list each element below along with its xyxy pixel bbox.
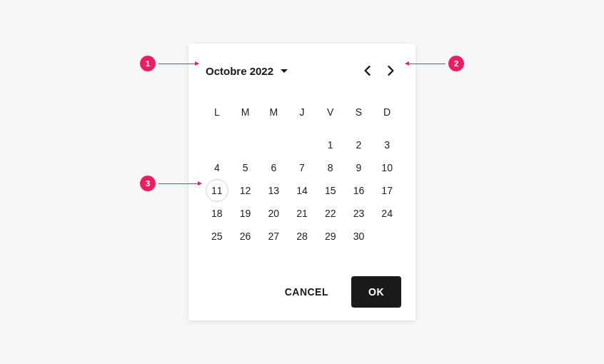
cancel-button[interactable]: CANCEL <box>271 276 343 308</box>
chevron-right-icon <box>388 66 395 76</box>
day[interactable]: 3 <box>373 133 401 156</box>
day-empty <box>288 133 316 156</box>
weekday-label: M <box>259 99 288 125</box>
day-empty <box>203 133 231 156</box>
day[interactable]: 14 <box>288 179 316 202</box>
day[interactable]: 28 <box>288 225 316 248</box>
day[interactable]: 27 <box>259 225 288 248</box>
annotation-badge-1: 1 <box>140 56 156 71</box>
day[interactable]: 12 <box>231 179 260 202</box>
annotation-1: 1 <box>140 56 198 71</box>
day[interactable]: 4 <box>203 156 231 179</box>
month-selector[interactable]: Octobre 2022 <box>203 65 288 77</box>
day[interactable]: 18 <box>203 202 231 225</box>
annotation-3: 3 <box>140 176 201 191</box>
day[interactable]: 9 <box>345 156 373 179</box>
day[interactable]: 15 <box>316 179 345 202</box>
day[interactable]: 21 <box>288 202 316 225</box>
day[interactable]: 22 <box>316 202 345 225</box>
weekday-label: V <box>316 99 345 125</box>
weekday-label: L <box>203 99 231 125</box>
caret-down-icon <box>281 69 288 73</box>
days-grid: 1234567891011121314151617181920212223242… <box>203 133 401 248</box>
annotation-badge-3: 3 <box>140 176 156 191</box>
day[interactable]: 25 <box>203 225 231 248</box>
month-label: Octobre 2022 <box>206 65 273 77</box>
day[interactable]: 8 <box>316 156 345 179</box>
prev-month-button[interactable] <box>357 61 377 81</box>
day[interactable]: 29 <box>316 225 345 248</box>
day-empty <box>231 133 260 156</box>
action-buttons: CANCEL OK <box>203 276 401 308</box>
day[interactable]: 24 <box>373 202 401 225</box>
day[interactable]: 19 <box>231 202 260 225</box>
day[interactable]: 20 <box>259 202 288 225</box>
date-picker: Octobre 2022 LMMJVSD 1234567891011121314… <box>188 44 416 320</box>
day[interactable]: 26 <box>231 225 260 248</box>
day[interactable]: 2 <box>345 133 373 156</box>
annotation-badge-2: 2 <box>448 56 464 71</box>
day[interactable]: 17 <box>373 179 401 202</box>
day[interactable]: 5 <box>231 156 260 179</box>
day[interactable]: 16 <box>345 179 373 202</box>
day[interactable]: 13 <box>259 179 288 202</box>
chevron-left-icon <box>363 66 371 76</box>
day[interactable]: 10 <box>373 156 401 179</box>
day[interactable]: 7 <box>288 156 316 179</box>
nav-arrows <box>357 61 401 81</box>
day[interactable]: 1 <box>316 133 345 156</box>
weekday-label: D <box>373 99 401 125</box>
day-empty <box>259 133 288 156</box>
next-month-button[interactable] <box>381 61 401 81</box>
day[interactable]: 30 <box>345 225 373 248</box>
day[interactable]: 6 <box>259 156 288 179</box>
day-today[interactable]: 11 <box>203 179 231 202</box>
annotation-arrow-icon <box>406 64 446 64</box>
day[interactable]: 23 <box>345 202 373 225</box>
weekday-row: LMMJVSD <box>203 99 401 125</box>
annotation-2: 2 <box>406 56 464 71</box>
ok-button[interactable]: OK <box>351 276 401 308</box>
weekday-label: S <box>345 99 373 125</box>
weekday-label: J <box>288 99 316 125</box>
annotation-arrow-icon <box>158 64 198 64</box>
weekday-label: M <box>231 99 260 125</box>
annotation-arrow-icon <box>158 183 201 184</box>
date-picker-header: Octobre 2022 <box>203 56 401 85</box>
